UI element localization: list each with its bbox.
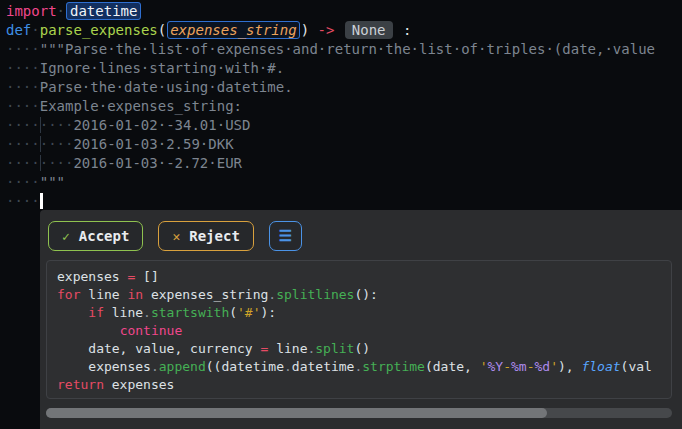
code-line: date, value, currency = line.split() [57, 340, 671, 358]
code-line: return expenses [57, 376, 671, 394]
x-icon: ✕ [172, 229, 180, 244]
code-line: continue [57, 322, 671, 340]
accept-button-label: Accept [79, 228, 130, 244]
code-line: expenses.append((datetime.datetime.strpt… [57, 358, 671, 376]
code-line: def·parse_expenses(expenses_string) -> N… [6, 21, 682, 40]
hamburger-menu-icon: ☰ [279, 227, 292, 245]
more-options-button[interactable]: ☰ [269, 221, 302, 251]
code-line: expenses = [] [57, 268, 671, 286]
code-line: ········2016-01-02·-34.01·USD [6, 116, 682, 135]
code-line: ···· [6, 192, 682, 210]
code-line: import·datetime [6, 2, 682, 21]
code-editor[interactable]: import·datetimedef·parse_expenses(expens… [0, 0, 682, 210]
horizontal-scrollbar-track[interactable] [46, 408, 672, 418]
code-line: for line in expenses_string.splitlines()… [57, 286, 671, 304]
accept-button[interactable]: ✓ Accept [48, 221, 143, 251]
check-icon: ✓ [62, 229, 70, 244]
copilot-suggestion-panel: ✓ Accept ✕ Reject ☰ expenses = []for lin… [40, 210, 682, 429]
text-cursor [40, 193, 43, 209]
code-line: ····Parse·the·date·using·datetime. [6, 78, 682, 97]
code-line: ········2016-01-03·-2.72·EUR [6, 154, 682, 173]
reject-button[interactable]: ✕ Reject [158, 221, 253, 251]
code-line: ····""" [6, 173, 682, 192]
code-line: ····"""Parse·the·list·of·expenses·and·re… [6, 40, 682, 59]
code-line: ········2016-01-03·2.59·DKK [6, 135, 682, 154]
suggested-code-block: expenses = []for line in expenses_string… [46, 260, 672, 399]
code-line: ····Example·expenses_string: [6, 97, 682, 116]
horizontal-scrollbar-thumb[interactable] [46, 408, 547, 418]
reject-button-label: Reject [189, 228, 240, 244]
code-line: if line.startswith('#'): [57, 304, 671, 322]
code-line: ····Ignore·lines·starting·with·#. [6, 59, 682, 78]
suggestion-actions-row: ✓ Accept ✕ Reject ☰ [40, 210, 682, 251]
